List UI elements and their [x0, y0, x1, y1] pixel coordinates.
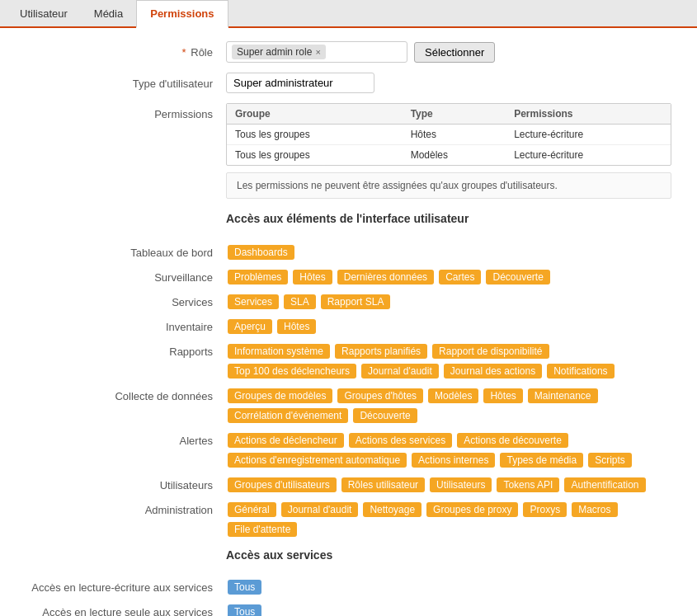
- role-row: * Rôle Super admin role × Sélectionner: [20, 41, 677, 63]
- services-access-title-row: Accès aux services: [20, 545, 677, 568]
- tag-3-0: Aperçu: [228, 319, 272, 334]
- section-label-7: Utilisateurs: [20, 476, 226, 491]
- col-header-type: Type: [403, 104, 506, 125]
- tag-4-3: Top 100 des déclencheurs: [228, 364, 356, 379]
- tag-8-4: Proxys: [523, 502, 567, 517]
- tag-5-2: Modèles: [428, 388, 478, 403]
- tags-wrap-8: GénéralJournal d'auditNettoyageGroupes d…: [226, 501, 677, 538]
- tag-1-0: Problèmes: [228, 270, 288, 284]
- tag-5-1: Groupes d'hôtes: [337, 388, 423, 403]
- section-value-1: ProblèmesHôtesDernières donnéesCartesDéc…: [226, 268, 677, 286]
- perm-type-0: Hôtes: [403, 125, 506, 145]
- tag-7-3: Tokens API: [497, 477, 559, 492]
- tag-2-0: Services: [228, 294, 279, 309]
- services-container: Accès en lecture-écriture aux servicesTo…: [20, 578, 677, 616]
- tag-5-0: Groupes de modèles: [228, 388, 332, 403]
- section-row-6: AlertesActions de déclencheurActions des…: [20, 431, 677, 469]
- services-section-value-0: Tous: [226, 578, 677, 596]
- tags-wrap-5: Groupes de modèlesGroupes d'hôtesModèles…: [226, 387, 677, 425]
- type-utilisateur-input[interactable]: [226, 73, 374, 93]
- section-row-1: SurveillanceProblèmesHôtesDernières donn…: [20, 268, 677, 286]
- tag-7-1: Rôles utilisateur: [341, 477, 425, 492]
- services-tag-1: Tous: [228, 604, 261, 616]
- tags-wrap-4: Information systèmeRapports planifiésRap…: [226, 342, 677, 380]
- tag-5-5: Corrélation d'événement: [228, 408, 348, 423]
- role-field[interactable]: Super admin role ×: [226, 41, 407, 63]
- perm-perms-0: Lecture-écriture: [506, 125, 671, 145]
- tags-wrap-3: AperçuHôtes: [226, 317, 677, 336]
- col-header-groupe: Groupe: [227, 104, 403, 125]
- section-value-2: ServicesSLARapport SLA: [226, 293, 677, 311]
- ui-access-title-row: Accès aux éléments de l'interface utilis…: [20, 209, 677, 233]
- tab-media[interactable]: Média: [81, 0, 136, 26]
- services-section-label-0: Accès en lecture-écriture aux services: [20, 578, 226, 594]
- services-section-label-1: Accès en lecture seule aux services: [20, 603, 226, 616]
- tag-4-5: Journal des actions: [444, 364, 542, 379]
- services-tag-0: Tous: [228, 580, 261, 595]
- tag-4-6: Notifications: [547, 364, 614, 379]
- section-label-6: Alertes: [20, 431, 226, 447]
- type-utilisateur-row: Type d'utilisateur: [20, 73, 677, 93]
- tag-1-2: Dernières données: [337, 270, 434, 284]
- services-section-value-1: Tous: [226, 603, 677, 616]
- section-row-0: Tableaux de bordDashboards: [20, 243, 677, 261]
- tag-7-0: Groupes d'utilisateurs: [228, 477, 337, 492]
- permissions-table-row: Tous les groupes Hôtes Lecture-écriture: [227, 125, 671, 145]
- permissions-label: Permissions: [20, 103, 226, 120]
- role-input-group: Super admin role × Sélectionner: [226, 41, 677, 63]
- tag-3-1: Hôtes: [277, 319, 316, 334]
- ui-access-title: Accès aux éléments de l'interface utilis…: [226, 209, 677, 225]
- permissions-table-row: Tous les groupes Modèles Lecture-écritur…: [227, 145, 671, 166]
- section-row-2: ServicesServicesSLARapport SLA: [20, 293, 677, 311]
- role-value: Super admin role × Sélectionner: [226, 41, 677, 63]
- tag-1-4: Découverte: [486, 270, 549, 284]
- tags-wrap-1: ProblèmesHôtesDernières donnéesCartesDéc…: [226, 268, 677, 286]
- permissions-info-box: Les permissions ne peuvent être assignée…: [226, 172, 671, 199]
- tag-7-4: Authentification: [564, 477, 645, 492]
- section-value-0: Dashboards: [226, 243, 677, 261]
- services-section-row-1: Accès en lecture seule aux servicesTous: [20, 603, 677, 616]
- tag-8-5: Macros: [572, 502, 617, 517]
- section-label-4: Rapports: [20, 342, 226, 358]
- permissions-value: Groupe Type Permissions Tous les groupes…: [226, 103, 677, 199]
- section-row-5: Collecte de donnéesGroupes de modèlesGro…: [20, 387, 677, 425]
- tag-8-2: Nettoyage: [363, 502, 421, 517]
- section-value-6: Actions de déclencheurActions des servic…: [226, 431, 677, 469]
- tag-6-6: Scripts: [588, 453, 632, 468]
- role-tag-close-icon[interactable]: ×: [315, 47, 320, 57]
- tag-2-1: SLA: [284, 294, 316, 309]
- section-label-8: Administration: [20, 501, 226, 516]
- perm-groupe-0: Tous les groupes: [227, 125, 403, 145]
- tag-4-0: Information système: [228, 344, 330, 359]
- perm-groupe-1: Tous les groupes: [227, 145, 403, 166]
- section-label-0: Tableaux de bord: [20, 243, 226, 259]
- content-area: * Rôle Super admin role × Sélectionner T…: [0, 28, 697, 616]
- perm-type-1: Modèles: [403, 145, 506, 166]
- select-button[interactable]: Sélectionner: [414, 42, 495, 63]
- tag-8-3: Groupes de proxy: [426, 502, 518, 517]
- tags-wrap-2: ServicesSLARapport SLA: [226, 293, 677, 311]
- tag-6-2: Actions de découverte: [457, 433, 568, 448]
- services-section-row-0: Accès en lecture-écriture aux servicesTo…: [20, 578, 677, 596]
- tag-1-3: Cartes: [439, 270, 481, 284]
- role-tag: Super admin role ×: [232, 45, 326, 59]
- section-value-3: AperçuHôtes: [226, 317, 677, 336]
- role-required-indicator: *: [182, 46, 186, 59]
- tag-1-1: Hôtes: [293, 270, 332, 284]
- tag-4-4: Journal d'audit: [361, 364, 439, 379]
- tags-wrap-7: Groupes d'utilisateursRôles utilisateurU…: [226, 476, 677, 494]
- section-row-8: AdministrationGénéralJournal d'auditNett…: [20, 501, 677, 538]
- section-row-4: RapportsInformation systèmeRapports plan…: [20, 342, 677, 380]
- tab-utilisateur[interactable]: Utilisateur: [7, 0, 81, 26]
- section-row-7: UtilisateursGroupes d'utilisateursRôles …: [20, 476, 677, 494]
- tag-6-5: Types de média: [500, 453, 583, 468]
- tag-5-4: Maintenance: [528, 388, 598, 403]
- section-label-5: Collecte de données: [20, 387, 226, 402]
- tag-6-3: Actions d'enregistrement automatique: [228, 453, 407, 468]
- role-tag-text: Super admin role: [237, 46, 312, 58]
- tabs-bar: Utilisateur Média Permissions: [0, 0, 697, 28]
- tag-7-2: Utilisateurs: [430, 477, 492, 492]
- section-value-5: Groupes de modèlesGroupes d'hôtesModèles…: [226, 387, 677, 425]
- type-utilisateur-value: [226, 73, 677, 93]
- tab-permissions[interactable]: Permissions: [136, 0, 228, 28]
